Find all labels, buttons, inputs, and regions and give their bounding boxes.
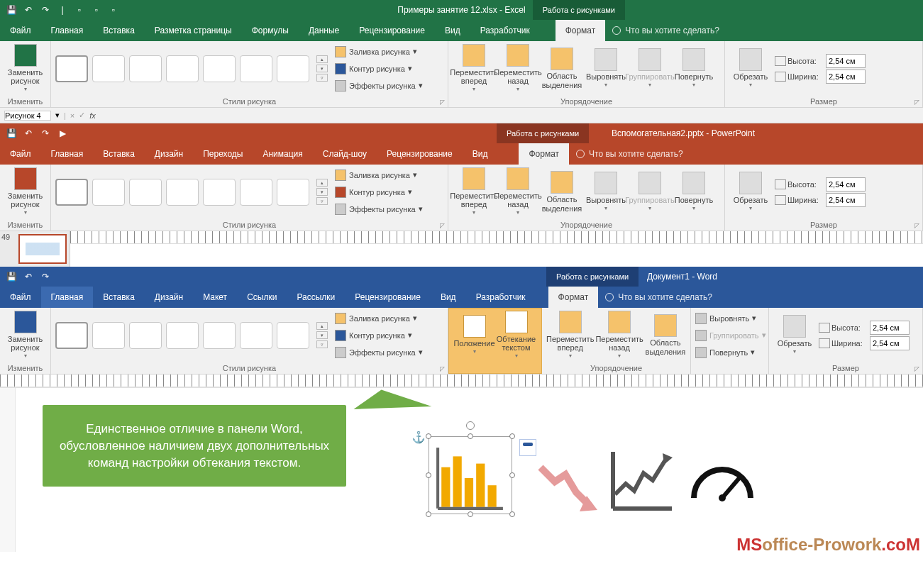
tab-pagelayout[interactable]: Разметка страницы xyxy=(145,20,242,41)
width-input[interactable] xyxy=(826,193,866,207)
style-preset-4[interactable] xyxy=(166,179,199,206)
style-preset-4[interactable] xyxy=(166,55,199,82)
vertical-ruler[interactable] xyxy=(0,388,16,552)
tab-format[interactable]: Формат xyxy=(519,143,569,165)
style-preset-5[interactable] xyxy=(203,322,236,349)
style-preset-7[interactable] xyxy=(277,55,309,82)
tab-view[interactable]: Вид xyxy=(435,20,470,41)
redo-icon[interactable]: ↷ xyxy=(40,128,51,139)
save-icon[interactable]: 💾 xyxy=(6,128,17,139)
style-preset-6[interactable] xyxy=(240,55,272,82)
redo-icon[interactable]: ↷ xyxy=(40,271,51,282)
tab-data[interactable]: Данные xyxy=(299,20,349,41)
style-preset-1[interactable] xyxy=(55,322,88,349)
slideshow-icon[interactable]: ▶ xyxy=(57,128,68,139)
word-document[interactable]: Единственное отличие в панели Word, обус… xyxy=(0,387,923,552)
picture-outline[interactable]: Контур рисунка ▾ xyxy=(335,184,423,200)
tab-design[interactable]: Дизайн xyxy=(145,287,193,308)
tab-insert[interactable]: Вставка xyxy=(93,143,145,165)
send-backward-button[interactable]: Переместить назад▾ xyxy=(497,44,539,94)
style-preset-5[interactable] xyxy=(203,55,236,82)
replace-picture-button[interactable]: Заменить рисунок▾ xyxy=(4,44,46,94)
qat-extra3-icon[interactable]: ▫ xyxy=(108,4,119,16)
gallery-nav[interactable]: ▴▾▿ xyxy=(316,55,328,82)
tab-format[interactable]: Формат xyxy=(556,20,606,41)
style-preset-6[interactable] xyxy=(240,179,272,206)
height-input[interactable] xyxy=(870,321,910,335)
crop-button[interactable]: Обрезать▾ xyxy=(729,44,772,94)
selection-pane-button[interactable]: Область выделения xyxy=(541,167,583,217)
style-preset-1[interactable] xyxy=(55,55,88,82)
picture-effects[interactable]: Эффекты рисунка ▾ xyxy=(335,201,423,217)
send-backward-button[interactable]: Переместить назад▾ xyxy=(595,311,643,360)
gallery-nav[interactable]: ▴▾▿ xyxy=(316,322,328,348)
wrap-text-button[interactable]: Обтекание текстом▾ xyxy=(495,311,537,360)
picture-outline[interactable]: Контур рисунка ▾ xyxy=(335,61,423,77)
crop-button[interactable]: Обрезать▾ xyxy=(773,311,816,360)
tell-me[interactable]: Что вы хотите сделать? xyxy=(605,20,726,41)
send-backward-button[interactable]: Переместить назад▾ xyxy=(497,167,539,217)
rotate-button[interactable]: Повернуть ▾ xyxy=(695,345,766,360)
style-preset-2[interactable] xyxy=(92,322,125,349)
tab-formulas[interactable]: Формулы xyxy=(242,20,299,41)
selection-pane-button[interactable]: Область выделения xyxy=(645,311,686,360)
picture-outline[interactable]: Контур рисунка ▾ xyxy=(335,328,423,343)
tab-references[interactable]: Ссылки xyxy=(237,287,287,308)
picture-styles-gallery[interactable]: ▴▾▿ xyxy=(55,179,328,206)
gallery-nav[interactable]: ▴▾▿ xyxy=(316,179,328,205)
save-icon[interactable]: 💾 xyxy=(6,4,17,16)
qat-extra2-icon[interactable]: ▫ xyxy=(91,4,102,16)
formula-input[interactable] xyxy=(100,111,919,120)
tab-design[interactable]: Дизайн xyxy=(145,143,193,165)
style-preset-5[interactable] xyxy=(203,179,236,206)
tab-file[interactable]: Файл xyxy=(0,287,41,308)
bring-forward-button[interactable]: Переместить вперед▾ xyxy=(453,44,495,94)
tell-me[interactable]: Что вы хотите сделать? xyxy=(569,143,690,165)
tab-developer[interactable]: Разработчик xyxy=(466,287,536,308)
tab-insert[interactable]: Вставка xyxy=(93,20,145,41)
tab-review[interactable]: Рецензирование xyxy=(377,143,463,165)
tab-animations[interactable]: Анимация xyxy=(253,143,312,165)
tab-view[interactable]: Вид xyxy=(431,287,466,308)
style-preset-3[interactable] xyxy=(129,322,162,349)
style-preset-1[interactable] xyxy=(55,179,88,206)
align-button[interactable]: Выровнять▾ xyxy=(585,167,627,217)
style-preset-6[interactable] xyxy=(240,322,272,349)
tab-transitions[interactable]: Переходы xyxy=(193,143,253,165)
tab-view[interactable]: Вид xyxy=(463,143,498,165)
picture-effects[interactable]: Эффекты рисунка ▾ xyxy=(335,345,423,360)
name-box[interactable] xyxy=(4,111,51,121)
tell-me[interactable]: Что вы хотите сделать? xyxy=(598,287,719,308)
picture-styles-gallery[interactable]: ▴▾▿ xyxy=(55,55,328,82)
selection-pane-button[interactable]: Область выделения xyxy=(541,44,583,94)
rotate-handle-icon[interactable] xyxy=(466,421,475,430)
align-button[interactable]: Выровнять▾ xyxy=(585,44,627,94)
tab-home[interactable]: Главная xyxy=(41,143,94,165)
undo-icon[interactable]: ↶ xyxy=(23,4,34,16)
word-ruler[interactable] xyxy=(0,375,923,387)
tab-insert[interactable]: Вставка xyxy=(93,287,145,308)
save-icon[interactable]: 💾 xyxy=(6,271,17,282)
tab-review[interactable]: Рецензирование xyxy=(345,287,431,308)
tab-layout[interactable]: Макет xyxy=(193,287,237,308)
style-preset-2[interactable] xyxy=(92,55,125,82)
picture-fill[interactable]: Заливка рисунка ▾ xyxy=(335,44,423,60)
qat-extra-icon[interactable]: ▫ xyxy=(74,4,85,16)
tab-slideshow[interactable]: Слайд-шоу xyxy=(313,143,377,165)
undo-icon[interactable]: ↶ xyxy=(23,271,34,282)
tab-review[interactable]: Рецензирование xyxy=(349,20,435,41)
width-input[interactable] xyxy=(826,70,866,84)
tab-format[interactable]: Формат xyxy=(548,287,599,308)
tab-home[interactable]: Главная xyxy=(41,287,94,308)
tab-home[interactable]: Главная xyxy=(41,20,94,41)
replace-picture-button[interactable]: Заменить рисунок▾ xyxy=(4,311,46,360)
slide-thumbnail[interactable] xyxy=(18,234,67,264)
rotate-button[interactable]: Повернуть▾ xyxy=(673,44,715,94)
redo-icon[interactable]: ↷ xyxy=(40,4,51,16)
style-preset-3[interactable] xyxy=(129,55,162,82)
selected-picture[interactable] xyxy=(429,436,512,514)
align-button[interactable]: Выровнять ▾ xyxy=(695,311,766,326)
height-input[interactable] xyxy=(826,54,866,68)
tab-mailings[interactable]: Рассылки xyxy=(287,287,345,308)
picture-effects[interactable]: Эффекты рисунка ▾ xyxy=(335,78,423,94)
